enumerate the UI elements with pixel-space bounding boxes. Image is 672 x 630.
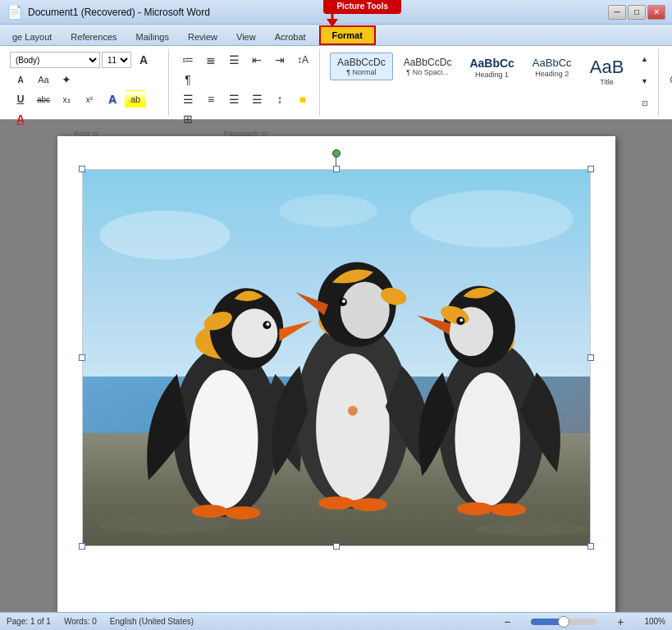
svg-point-37 — [99, 517, 230, 533]
tab-view[interactable]: View — [227, 28, 265, 45]
handle-middle-left[interactable] — [79, 354, 85, 361]
handle-top-right[interactable] — [587, 166, 594, 172]
tab-review[interactable]: Review — [179, 28, 226, 45]
handle-bottom-left[interactable] — [79, 543, 85, 550]
bullets-button[interactable]: ≔ — [177, 51, 199, 69]
font-size-select[interactable]: 11 12 14 — [102, 52, 131, 68]
rotation-handle[interactable] — [332, 149, 341, 158]
style-title[interactable]: AaB Title — [583, 52, 632, 90]
style-title-preview: AaB — [590, 57, 624, 78]
font-name-row: (Body) Arial Calibri 11 12 14 A A Aa ✦ — [10, 51, 163, 89]
list-row: ≔ ≣ ☰ ⇤ ⇥ ↕A ¶ — [177, 51, 314, 89]
svg-point-38 — [475, 523, 589, 536]
align-center-button[interactable]: ≡ — [200, 90, 222, 108]
svg-point-20 — [340, 281, 389, 339]
maximize-button[interactable]: □ — [628, 5, 646, 20]
handle-top-center[interactable] — [333, 166, 340, 172]
bold-button[interactable]: U — [10, 90, 31, 108]
style-h1-preview: AaBbCc — [469, 57, 514, 71]
styles-expand[interactable]: ⊡ — [638, 97, 651, 110]
style-heading2[interactable]: AaBbCc Heading 2 — [525, 52, 579, 82]
handle-bottom-right[interactable] — [587, 543, 594, 550]
increase-indent-button[interactable]: ⇥ — [269, 51, 290, 69]
tab-page-layout[interactable]: ge Layout — [3, 28, 61, 45]
penguins-svg — [83, 170, 590, 546]
grow-font-button[interactable]: A — [133, 51, 154, 69]
multilevel-list-button[interactable]: ☰ — [223, 51, 245, 69]
shading-button[interactable]: ■ — [292, 90, 313, 108]
superscript-button[interactable]: x² — [79, 90, 100, 108]
show-para-button[interactable]: ¶ — [177, 71, 199, 89]
svg-point-2 — [99, 211, 230, 260]
red-arrow-annotation — [326, 6, 359, 29]
style-heading1[interactable]: AaBbCc Heading 1 — [462, 52, 521, 83]
window-controls[interactable]: ─ □ ✕ — [608, 5, 665, 20]
sort-button[interactable]: ↕A — [292, 51, 313, 69]
zoom-out-button[interactable]: − — [496, 613, 518, 631]
svg-point-9 — [231, 308, 277, 358]
style-normal[interactable]: AaBbCcDc ¶ Normal — [330, 52, 393, 80]
svg-point-34 — [459, 318, 463, 322]
strikethrough-button[interactable]: abc — [33, 90, 54, 108]
style-no-spacing[interactable]: AaBbCcDc ¶ No Spaci... — [396, 52, 459, 80]
zoom-slider[interactable] — [531, 619, 597, 625]
handle-middle-right[interactable] — [587, 354, 594, 361]
change-case-button[interactable]: Aa — [33, 71, 54, 89]
numbering-button[interactable]: ≣ — [200, 51, 222, 69]
change-styles-section: Aa Change ▼ Styles — [662, 49, 672, 116]
svg-point-3 — [409, 190, 573, 248]
svg-point-25 — [318, 496, 354, 509]
styles-scroll-up[interactable]: ▲ — [638, 52, 651, 66]
tab-references[interactable]: References — [62, 28, 126, 45]
svg-point-6 — [189, 370, 258, 509]
close-button[interactable]: ✕ — [647, 5, 665, 20]
align-row: ☰ ≡ ☰ ☰ ↕ ■ ⊞ — [177, 90, 314, 128]
image-container[interactable] — [82, 169, 591, 546]
svg-point-12 — [266, 322, 269, 326]
paragraph-section: ≔ ≣ ☰ ⇤ ⇥ ↕A ¶ ☰ ≡ ☰ ☰ ↕ ■ ⊞ Paragraph ⊡ — [172, 49, 320, 116]
ribbon-toolbar: (Body) Arial Calibri 11 12 14 A A Aa ✦ U… — [0, 46, 672, 120]
style-h2-label: Heading 2 — [535, 70, 569, 78]
font-name-select[interactable]: (Body) Arial Calibri — [10, 52, 100, 68]
svg-point-4 — [279, 194, 377, 227]
style-nospacing-preview: AaBbCcDc — [404, 57, 452, 68]
align-right-button[interactable]: ☰ — [223, 90, 245, 108]
handle-bottom-center[interactable] — [333, 543, 340, 550]
page-info: Page: 1 of 1 — [7, 617, 51, 626]
svg-point-36 — [490, 503, 526, 516]
language: English (United States) — [110, 617, 194, 626]
tab-acrobat[interactable]: Acrobat — [266, 28, 315, 45]
shrink-font-button[interactable]: A — [10, 71, 31, 89]
font-format-row: U abc x₂ x² A ab A — [10, 90, 163, 128]
svg-point-14 — [224, 506, 260, 519]
styles-section: AaBbCcDc ¶ Normal AaBbCcDc ¶ No Spaci...… — [323, 49, 659, 116]
handle-top-left[interactable] — [79, 166, 85, 172]
ribbon-tabs: ge Layout References Mailings Review Vie… — [0, 25, 672, 46]
style-normal-label: ¶ Normal — [346, 68, 376, 76]
style-h2-preview: AaBbCc — [533, 57, 572, 70]
font-color-button[interactable]: A — [10, 110, 31, 128]
svg-marker-1 — [327, 19, 338, 27]
borders-button[interactable]: ⊞ — [177, 110, 199, 128]
line-spacing-button[interactable]: ↕ — [269, 90, 290, 108]
style-h1-label: Heading 1 — [475, 71, 509, 79]
tab-mailings[interactable]: Mailings — [127, 28, 178, 45]
document-page — [57, 136, 615, 612]
zoom-in-button[interactable]: + — [610, 613, 631, 631]
word-count: Words: 0 — [64, 617, 97, 626]
justify-button[interactable]: ☰ — [246, 90, 267, 108]
decrease-indent-button[interactable]: ⇤ — [246, 51, 267, 69]
styles-scroll-down[interactable]: ▼ — [638, 75, 651, 88]
svg-point-13 — [191, 504, 227, 518]
subscript-button[interactable]: x₂ — [56, 90, 77, 108]
minimize-button[interactable]: ─ — [608, 5, 626, 20]
svg-point-26 — [350, 498, 386, 511]
status-bar: Page: 1 of 1 Words: 0 English (United St… — [0, 612, 672, 630]
highlight-button[interactable]: ab — [125, 90, 146, 108]
title-bar-text: Document1 (Recovered) - Microsoft Word — [28, 7, 210, 18]
clear-format-button[interactable]: ✦ — [56, 71, 77, 89]
align-left-button[interactable]: ☰ — [177, 90, 199, 108]
svg-point-16 — [316, 354, 390, 500]
text-effects-button[interactable]: A — [102, 90, 123, 108]
style-title-label: Title — [600, 78, 614, 86]
